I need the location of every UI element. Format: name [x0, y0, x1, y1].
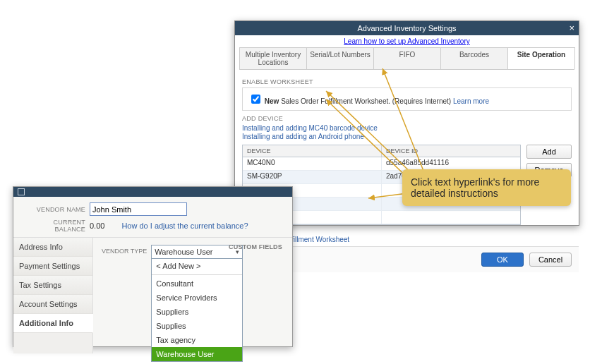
cancel-button[interactable]: Cancel	[529, 253, 572, 267]
vendor-name-input[interactable]	[90, 202, 187, 216]
device-col-header: DEVICE	[243, 145, 382, 157]
worksheet-learn-more-link[interactable]: Learn more	[453, 97, 489, 105]
ok-button[interactable]: OK	[481, 253, 524, 267]
tab-barcodes[interactable]: Barcodes	[440, 47, 508, 69]
dropdown-separator	[152, 274, 242, 275]
sidebar-item-address[interactable]: Address Info	[13, 238, 92, 257]
vendor-type-dropdown: < Add New > Consultant Service Providers…	[151, 259, 243, 362]
sidebar-item-account[interactable]: Account Settings	[13, 295, 92, 314]
sidebar-item-payment[interactable]: Payment Settings	[13, 257, 92, 276]
vendor-type-combo[interactable]: Warehouse User ▾ < Add New > Consultant …	[151, 245, 243, 362]
tab-site-operation[interactable]: Site Operation	[507, 47, 575, 69]
callout-text: Click text hyperlink's for more detailed…	[411, 176, 539, 199]
tab-fifo[interactable]: FIFO	[373, 47, 441, 69]
window-menu-icon[interactable]	[18, 188, 25, 195]
option-warehouse-user[interactable]: Warehouse User	[152, 347, 242, 361]
custom-fields-label: CUSTOM FIELDS	[229, 243, 282, 250]
add-device-label: ADD DEVICE	[242, 115, 572, 122]
add-mc40-link[interactable]: Installing and adding MC40 barcode devic…	[242, 124, 572, 132]
inventory-titlebar: Advanced Inventory Settings ×	[235, 21, 579, 35]
enable-worksheet-label: ENABLE WORKSHEET	[242, 78, 572, 85]
inventory-tabs: Multiple Inventory Locations Serial/Lot …	[239, 47, 574, 70]
option-add-new[interactable]: < Add New >	[152, 259, 242, 273]
tab-serial-lot[interactable]: Serial/Lot Numbers	[306, 47, 374, 69]
worksheet-text: Sales Order Fulfillment Worksheet. (Requ…	[281, 97, 451, 105]
vendor-titlebar	[13, 187, 292, 197]
close-icon[interactable]: ×	[569, 21, 574, 35]
tab-multiple-locations[interactable]: Multiple Inventory Locations	[239, 47, 307, 69]
deviceid-col-header: DEVICE ID	[382, 145, 520, 157]
worksheet-checkbox-label[interactable]: New Sales Order Fulfillment Worksheet. (…	[248, 97, 489, 105]
add-android-link[interactable]: Installing and adding an Android phone	[242, 133, 572, 140]
adjust-balance-link[interactable]: How do I adjust the current balance?	[121, 222, 248, 230]
instruction-callout: Click text hyperlink's for more detailed…	[402, 169, 571, 206]
current-balance-value: 0.00	[90, 222, 104, 230]
option-consultant[interactable]: Consultant	[152, 277, 242, 291]
sidebar-item-tax[interactable]: Tax Settings	[13, 276, 92, 295]
option-service-providers[interactable]: Service Providers	[152, 291, 242, 305]
cell-device: SM-G920P	[243, 171, 382, 183]
vendor-type-value: Warehouse User	[155, 248, 212, 256]
option-suppliers[interactable]: Suppliers	[152, 305, 242, 319]
vendor-window: VENDOR NAME CURRENT BALANCE 0.00 How do …	[13, 186, 293, 347]
worksheet-checkbox[interactable]	[251, 95, 260, 104]
add-device-links: Installing and adding MC40 barcode devic…	[242, 124, 572, 140]
vendor-name-label: VENDOR NAME	[22, 206, 85, 213]
cell-device: MC40N0	[243, 157, 382, 170]
sidebar-item-additional[interactable]: Additional Info	[13, 314, 93, 333]
current-balance-label: CURRENT BALANCE	[22, 219, 85, 233]
worksheet-new-badge: New	[265, 97, 279, 105]
option-supplies[interactable]: Supplies	[152, 319, 242, 333]
add-device-button[interactable]: Add	[526, 145, 572, 159]
inventory-title: Advanced Inventory Settings	[357, 24, 456, 32]
vendor-type-label: VENDOR TYPE	[102, 248, 147, 255]
setup-inventory-link[interactable]: Learn how to set up Advanced Inventory	[344, 37, 469, 45]
option-tax-agency[interactable]: Tax agency	[152, 333, 242, 347]
vendor-side-nav: Address Info Payment Settings Tax Settin…	[13, 238, 93, 353]
cell-device-id: d55a46a85dd41116	[382, 157, 520, 170]
worksheet-box: New Sales Order Fulfillment Worksheet. (…	[242, 87, 572, 111]
